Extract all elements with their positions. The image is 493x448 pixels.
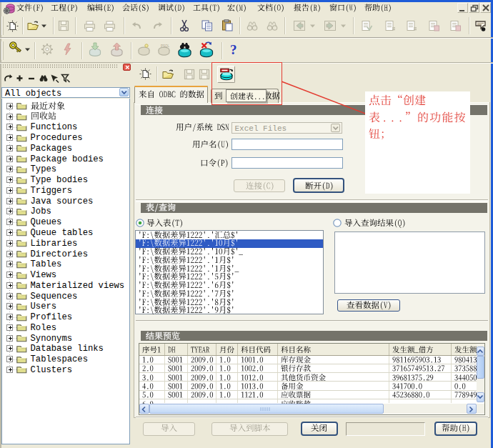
svg-text:PSQL: PSQL [161, 44, 170, 48]
